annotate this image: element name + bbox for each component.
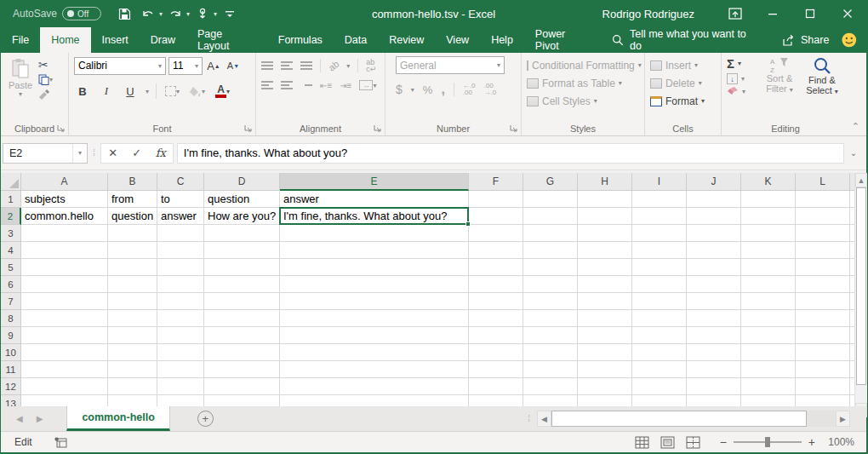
cell-A12[interactable] [21, 378, 108, 395]
cell-G4[interactable] [523, 242, 578, 259]
cell-L1[interactable] [796, 191, 850, 208]
save-icon[interactable] [113, 3, 135, 25]
cell-D5[interactable] [204, 259, 280, 276]
cell-A1[interactable]: subjects [21, 191, 108, 208]
ribbon-display-options-icon[interactable] [717, 0, 754, 27]
cell-L10[interactable] [796, 344, 850, 361]
cell-B11[interactable] [108, 361, 157, 378]
cancel-entry-icon[interactable]: ✕ [101, 147, 125, 159]
cell-B7[interactable] [108, 293, 157, 310]
align-right-icon[interactable] [300, 81, 312, 89]
confirm-entry-icon[interactable]: ✓ [125, 147, 149, 159]
cell-L8[interactable] [796, 310, 850, 327]
macro-record-icon[interactable] [54, 437, 67, 448]
cell-G10[interactable] [523, 344, 578, 361]
autosave-toggle[interactable]: AutoSave Off [13, 7, 101, 20]
cell-F13[interactable] [469, 395, 523, 406]
cell-I6[interactable] [632, 276, 687, 293]
cell-F9[interactable] [469, 327, 523, 344]
cell-I7[interactable] [632, 293, 687, 310]
cell-E2[interactable]: I'm fine, thanks. What about you? [280, 208, 469, 225]
cell-D9[interactable] [204, 327, 280, 344]
sort-filter-button[interactable]: AZ Sort &Filter ▾ [759, 56, 800, 95]
cell-D7[interactable] [204, 293, 280, 310]
tab-power-pivot[interactable]: Power Pivot [524, 27, 602, 53]
cell-G13[interactable] [523, 395, 578, 406]
splitter-dots[interactable]: ⁞ [528, 414, 530, 423]
prev-sheet-icon[interactable]: ◀ [16, 414, 23, 423]
font-name-combo[interactable]: Calibri ▾ [74, 57, 166, 75]
cell-F7[interactable] [469, 293, 523, 310]
feedback-smiley-icon[interactable] [841, 32, 858, 49]
increase-decimal-icon[interactable]: ←.0.00 [463, 83, 476, 96]
cell-G12[interactable] [523, 378, 578, 395]
cell-E10[interactable] [280, 344, 469, 361]
cell-G6[interactable] [523, 276, 578, 293]
cell-I8[interactable] [632, 310, 687, 327]
row-header-2[interactable]: 2 [1, 208, 21, 225]
cell-C13[interactable] [157, 395, 204, 406]
cell-J11[interactable] [687, 361, 741, 378]
cell-L11[interactable] [796, 361, 850, 378]
font-color-button[interactable]: A ▾ [214, 82, 231, 101]
cell-D4[interactable] [204, 242, 280, 259]
close-button[interactable] [829, 0, 866, 27]
cell-F10[interactable] [469, 344, 523, 361]
cell-K7[interactable] [741, 293, 796, 310]
cell-G3[interactable] [523, 225, 578, 242]
cell-D3[interactable] [204, 225, 280, 242]
cell-E4[interactable] [280, 242, 469, 259]
row-header-1[interactable]: 1 [1, 191, 21, 208]
share-button[interactable]: Share [772, 27, 839, 53]
cell-K3[interactable] [741, 225, 796, 242]
cell-H13[interactable] [578, 395, 632, 406]
autosum-button[interactable]: Σ ▾ [727, 56, 759, 71]
zoom-slider-handle[interactable] [765, 437, 770, 447]
zoom-level[interactable]: 100% [825, 436, 854, 448]
user-name[interactable]: Rodrigo Rodriguez [602, 8, 694, 20]
row-header-8[interactable]: 8 [1, 310, 21, 327]
zoom-out-icon[interactable]: − [720, 435, 727, 449]
increase-indent-icon[interactable]: ⇥≡ [340, 81, 351, 90]
name-box-dropdown-icon[interactable]: ▾ [72, 144, 87, 163]
cell-F4[interactable] [469, 242, 523, 259]
maximize-button[interactable] [791, 0, 829, 27]
cell-B2[interactable]: question [108, 208, 157, 225]
cell-K9[interactable] [741, 327, 796, 344]
vertical-scroll-track[interactable] [855, 385, 867, 403]
orientation-dropdown-icon[interactable]: ▾ [346, 62, 350, 70]
cell-B13[interactable] [108, 395, 157, 406]
tab-draw[interactable]: Draw [140, 27, 186, 53]
cell-K12[interactable] [741, 378, 796, 395]
column-header-C[interactable]: C [157, 173, 204, 191]
row-header-5[interactable]: 5 [1, 259, 21, 276]
formula-input[interactable]: I'm fine, thanks. What about you? [177, 143, 844, 164]
row-header-11[interactable]: 11 [1, 361, 21, 378]
scroll-up-icon[interactable]: ▲ [855, 173, 867, 187]
cell-D12[interactable] [204, 378, 280, 395]
normal-view-icon[interactable] [630, 433, 655, 451]
cell-E13[interactable] [280, 395, 469, 406]
cell-K4[interactable] [741, 242, 796, 259]
cell-I3[interactable] [632, 225, 687, 242]
borders-button[interactable]: ▾ [163, 82, 181, 101]
cell-H2[interactable] [578, 208, 632, 225]
horizontal-scroll-thumb[interactable] [551, 411, 807, 427]
cell-B3[interactable] [108, 225, 157, 242]
bold-button[interactable]: B [74, 82, 91, 101]
conditional-formatting-button[interactable]: Conditional Formatting▾ [527, 56, 641, 74]
copy-button[interactable]: ▾ [38, 74, 53, 85]
tab-data[interactable]: Data [334, 27, 378, 53]
row-header-12[interactable]: 12 [1, 378, 21, 395]
cell-A9[interactable] [21, 327, 108, 344]
cell-H8[interactable] [578, 310, 632, 327]
cell-D1[interactable]: question [204, 191, 280, 208]
undo-icon[interactable] [137, 3, 159, 25]
cell-L12[interactable] [796, 378, 850, 395]
expand-formula-bar-icon[interactable]: ⌄ [844, 148, 863, 158]
cell-K8[interactable] [741, 310, 796, 327]
fill-handle[interactable] [465, 221, 471, 227]
cell-A11[interactable] [21, 361, 108, 378]
cell-H6[interactable] [578, 276, 632, 293]
cell-I1[interactable] [632, 191, 687, 208]
